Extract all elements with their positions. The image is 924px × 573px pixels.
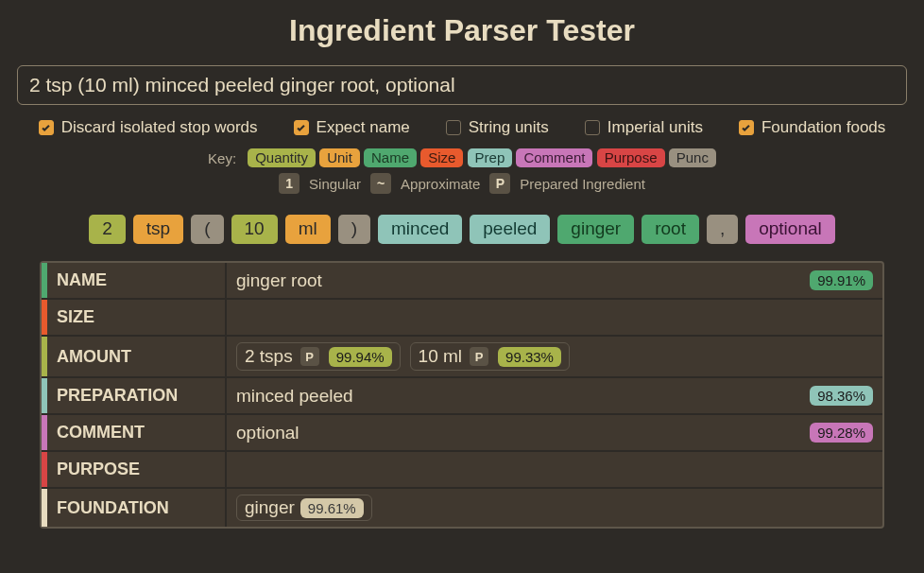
preparation-confidence: 98.36% <box>810 386 873 406</box>
label-preparation: PREPARATION <box>47 378 227 413</box>
token-punc: , <box>707 215 738 244</box>
checkbox-icon[interactable] <box>294 120 309 135</box>
amount-text: 2 tsps <box>245 346 293 367</box>
legend-chip-purpose: Purpose <box>597 148 665 167</box>
name-confidence: 99.91% <box>810 270 873 290</box>
options-row: Discard isolated stop wordsExpect nameSt… <box>17 118 907 137</box>
row-preparation: PREPARATION minced peeled 98.36% <box>42 376 882 413</box>
legend-chip-name: Name <box>364 148 417 167</box>
legend-chip-prep: Prep <box>468 148 513 167</box>
label-comment: COMMENT <box>47 415 227 450</box>
legend-chip-unit: Unit <box>319 148 360 167</box>
row-foundation: FOUNDATION ginger 99.61% <box>42 487 882 527</box>
row-comment: COMMENT optional 99.28% <box>42 413 882 450</box>
token-quantity: 2 <box>89 215 126 244</box>
token-punc: ) <box>338 215 370 244</box>
token-name: ginger <box>557 215 634 244</box>
prepared-badge: P <box>300 347 319 366</box>
value-amount: 2 tspsP99.94%10 mlP99.33% <box>227 337 882 376</box>
option-0[interactable]: Discard isolated stop words <box>39 118 258 137</box>
legend-chip-quantity: Quantity <box>248 148 316 167</box>
legend-badge-label: Singular <box>309 176 361 192</box>
checkbox-icon[interactable] <box>39 120 54 135</box>
comment-confidence: 99.28% <box>810 423 873 443</box>
option-3[interactable]: Imperial units <box>585 118 703 137</box>
row-purpose: PURPOSE <box>42 450 882 487</box>
option-label: Expect name <box>317 118 410 137</box>
amount-confidence: 99.94% <box>329 347 392 367</box>
preparation-text: minced peeled <box>236 386 353 407</box>
amount-group: 2 tspsP99.94% <box>236 342 401 371</box>
amount-group: 10 mlP99.33% <box>410 342 570 371</box>
token-name: root <box>642 215 699 244</box>
legend-chip-punc: Punc <box>669 148 716 167</box>
amount-text: 10 ml <box>419 346 462 367</box>
label-foundation: FOUNDATION <box>47 489 227 527</box>
legend-badge-icon: 1 <box>279 173 299 194</box>
label-purpose: PURPOSE <box>47 452 227 487</box>
option-label: String units <box>469 118 549 137</box>
token-quantity: 10 <box>231 215 278 244</box>
legend-chip-size: Size <box>420 148 463 167</box>
token-comment: optional <box>745 215 835 244</box>
row-name: NAME ginger root 99.91% <box>42 263 882 298</box>
option-1[interactable]: Expect name <box>294 118 410 137</box>
label-amount: AMOUNT <box>47 337 227 376</box>
legend-badge-label: Approximate <box>401 176 480 192</box>
token-unit: tsp <box>133 215 183 244</box>
label-size: SIZE <box>47 300 227 335</box>
option-2[interactable]: String units <box>446 118 549 137</box>
legend-key-label: Key: <box>208 150 236 166</box>
value-comment: optional 99.28% <box>227 415 882 450</box>
token-unit: ml <box>285 215 331 244</box>
label-name: NAME <box>47 263 227 298</box>
option-label: Foundation foods <box>761 118 885 137</box>
value-purpose <box>227 452 882 487</box>
name-text: ginger root <box>236 270 322 291</box>
foundation-text: ginger <box>245 497 295 518</box>
checkbox-icon[interactable] <box>739 120 754 135</box>
option-label: Discard isolated stop words <box>61 118 258 137</box>
checkbox-icon[interactable] <box>585 120 600 135</box>
row-size: SIZE <box>42 298 882 335</box>
results-table: NAME ginger root 99.91% SIZE AMOUNT 2 ts… <box>40 261 884 529</box>
token-punc: ( <box>191 215 223 244</box>
legend-badge-label: Prepared Ingredient <box>520 176 645 192</box>
value-size <box>227 300 882 335</box>
token-prep: minced <box>378 215 462 244</box>
option-label: Imperial units <box>607 118 703 137</box>
foundation-confidence: 99.61% <box>300 498 364 518</box>
checkbox-icon[interactable] <box>446 120 461 135</box>
legend-chip-comment: Comment <box>516 148 592 167</box>
option-4[interactable]: Foundation foods <box>739 118 885 137</box>
value-foundation: ginger 99.61% <box>227 489 882 527</box>
comment-text: optional <box>236 423 299 443</box>
token-row: 2tsp(10ml)mincedpeeledgingerroot,optiona… <box>17 215 907 244</box>
legend-badges: 1Singular~ApproximatePPrepared Ingredien… <box>17 173 907 194</box>
ingredient-input[interactable] <box>17 65 907 105</box>
foundation-group: ginger 99.61% <box>236 495 372 521</box>
amount-confidence: 99.33% <box>498 347 561 367</box>
prepared-badge: P <box>470 347 488 366</box>
legend-colors: Key: Quantity Unit Name Size Prep Commen… <box>17 148 907 167</box>
page-title: Ingredient Parser Tester <box>17 13 907 48</box>
token-prep: peeled <box>470 215 550 244</box>
legend-badge-icon: ~ <box>370 173 391 194</box>
legend-badge-icon: P <box>489 173 510 194</box>
value-preparation: minced peeled 98.36% <box>227 378 882 413</box>
row-amount: AMOUNT 2 tspsP99.94%10 mlP99.33% <box>42 335 882 376</box>
value-name: ginger root 99.91% <box>227 263 882 298</box>
